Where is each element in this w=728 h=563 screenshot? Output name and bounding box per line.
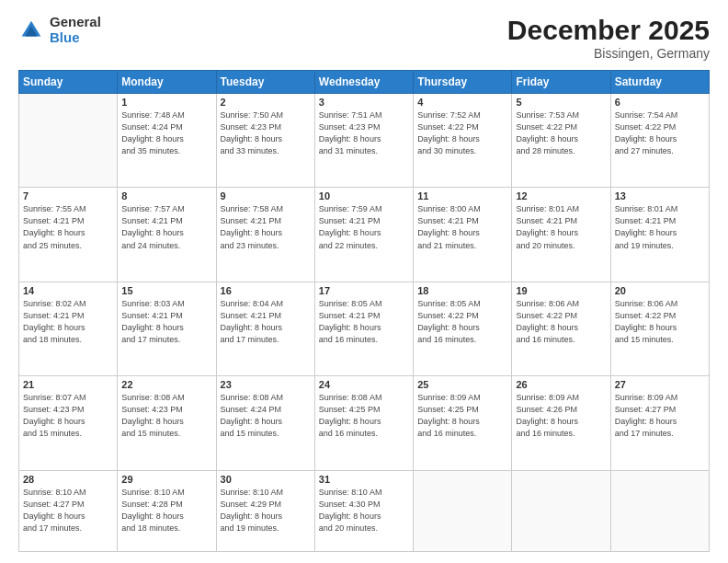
calendar-cell: 24Sunrise: 8:08 AMSunset: 4:25 PMDayligh… [314, 376, 413, 470]
day-info: Sunrise: 8:01 AMSunset: 4:21 PMDaylight:… [516, 203, 606, 251]
weekday-sunday: Sunday [19, 71, 118, 94]
day-info: Sunrise: 8:05 AMSunset: 4:22 PMDaylight:… [417, 298, 507, 346]
day-number: 15 [121, 285, 211, 296]
header: General Blue December 2025 Bissingen, Ge… [18, 15, 710, 61]
logo-icon [18, 17, 44, 43]
day-number: 26 [516, 379, 606, 390]
calendar-cell: 10Sunrise: 7:59 AMSunset: 4:21 PMDayligh… [314, 188, 413, 282]
calendar-cell: 21Sunrise: 8:07 AMSunset: 4:23 PMDayligh… [19, 376, 118, 470]
day-number: 23 [221, 379, 311, 390]
day-info: Sunrise: 8:09 AMSunset: 4:27 PMDaylight:… [615, 392, 705, 440]
day-number: 7 [23, 190, 113, 201]
calendar-cell: 23Sunrise: 8:08 AMSunset: 4:24 PMDayligh… [216, 376, 314, 470]
logo-general: General [50, 15, 101, 30]
day-number: 27 [615, 379, 705, 390]
day-number: 29 [121, 474, 211, 485]
day-number: 9 [221, 190, 311, 201]
day-number: 5 [516, 97, 606, 108]
calendar-cell: 17Sunrise: 8:05 AMSunset: 4:21 PMDayligh… [314, 282, 413, 375]
calendar-cell: 31Sunrise: 8:10 AMSunset: 4:30 PMDayligh… [314, 470, 413, 551]
weekday-wednesday: Wednesday [314, 71, 413, 94]
logo-text: General Blue [50, 15, 101, 45]
week-row-4: 21Sunrise: 8:07 AMSunset: 4:23 PMDayligh… [19, 376, 710, 470]
day-info: Sunrise: 7:59 AMSunset: 4:21 PMDaylight:… [319, 203, 409, 251]
day-number: 1 [121, 97, 211, 108]
day-info: Sunrise: 8:08 AMSunset: 4:24 PMDaylight:… [221, 392, 311, 440]
month-title: December 2025 [507, 15, 710, 46]
weekday-tuesday: Tuesday [216, 71, 314, 94]
day-number: 18 [417, 285, 507, 296]
calendar-cell: 29Sunrise: 8:10 AMSunset: 4:28 PMDayligh… [118, 470, 216, 551]
calendar-cell: 7Sunrise: 7:55 AMSunset: 4:21 PMDaylight… [19, 188, 118, 282]
weekday-header-row: SundayMondayTuesdayWednesdayThursdayFrid… [19, 71, 710, 94]
day-number: 13 [615, 190, 705, 201]
day-info: Sunrise: 8:04 AMSunset: 4:21 PMDaylight:… [221, 298, 311, 346]
calendar-cell: 15Sunrise: 8:03 AMSunset: 4:21 PMDayligh… [118, 282, 216, 375]
calendar-cell: 12Sunrise: 8:01 AMSunset: 4:21 PMDayligh… [512, 188, 610, 282]
day-info: Sunrise: 7:58 AMSunset: 4:21 PMDaylight:… [221, 203, 311, 251]
day-info: Sunrise: 8:10 AMSunset: 4:29 PMDaylight:… [221, 487, 311, 534]
calendar-cell: 30Sunrise: 8:10 AMSunset: 4:29 PMDayligh… [216, 470, 314, 551]
calendar-cell: 22Sunrise: 8:08 AMSunset: 4:23 PMDayligh… [118, 376, 216, 470]
day-info: Sunrise: 8:00 AMSunset: 4:21 PMDaylight:… [417, 203, 507, 251]
day-number: 30 [221, 474, 311, 485]
calendar-cell: 8Sunrise: 7:57 AMSunset: 4:21 PMDaylight… [118, 188, 216, 282]
calendar-cell: 25Sunrise: 8:09 AMSunset: 4:25 PMDayligh… [414, 376, 512, 470]
day-number: 31 [319, 474, 409, 485]
week-row-3: 14Sunrise: 8:02 AMSunset: 4:21 PMDayligh… [19, 282, 710, 375]
day-number: 20 [615, 285, 705, 296]
weekday-friday: Friday [512, 71, 610, 94]
day-info: Sunrise: 7:50 AMSunset: 4:23 PMDaylight:… [221, 109, 311, 157]
calendar-cell: 9Sunrise: 7:58 AMSunset: 4:21 PMDaylight… [216, 188, 314, 282]
day-info: Sunrise: 8:05 AMSunset: 4:21 PMDaylight:… [319, 298, 409, 346]
day-number: 25 [417, 379, 507, 390]
day-number: 12 [516, 190, 606, 201]
day-info: Sunrise: 7:48 AMSunset: 4:24 PMDaylight:… [121, 109, 211, 157]
day-number: 16 [221, 285, 311, 296]
day-info: Sunrise: 8:09 AMSunset: 4:26 PMDaylight:… [516, 392, 606, 440]
day-info: Sunrise: 8:02 AMSunset: 4:21 PMDaylight:… [23, 298, 113, 346]
calendar-cell: 20Sunrise: 8:06 AMSunset: 4:22 PMDayligh… [610, 282, 709, 375]
day-info: Sunrise: 8:07 AMSunset: 4:23 PMDaylight:… [23, 392, 113, 440]
week-row-2: 7Sunrise: 7:55 AMSunset: 4:21 PMDaylight… [19, 188, 710, 282]
day-number: 19 [516, 285, 606, 296]
calendar-cell [610, 470, 709, 551]
location: Bissingen, Germany [507, 46, 710, 61]
calendar-cell: 6Sunrise: 7:54 AMSunset: 4:22 PMDaylight… [610, 94, 709, 188]
title-block: December 2025 Bissingen, Germany [507, 15, 710, 61]
day-number: 4 [417, 97, 507, 108]
day-info: Sunrise: 7:57 AMSunset: 4:21 PMDaylight:… [121, 203, 211, 251]
page: General Blue December 2025 Bissingen, Ge… [0, 0, 728, 563]
calendar-cell [19, 94, 118, 188]
weekday-monday: Monday [118, 71, 216, 94]
day-number: 10 [319, 190, 409, 201]
calendar-cell: 27Sunrise: 8:09 AMSunset: 4:27 PMDayligh… [610, 376, 709, 470]
weekday-thursday: Thursday [414, 71, 512, 94]
week-row-5: 28Sunrise: 8:10 AMSunset: 4:27 PMDayligh… [19, 470, 710, 551]
day-info: Sunrise: 7:54 AMSunset: 4:22 PMDaylight:… [615, 109, 705, 157]
day-info: Sunrise: 8:10 AMSunset: 4:30 PMDaylight:… [319, 487, 409, 534]
logo-blue: Blue [50, 30, 101, 46]
day-info: Sunrise: 8:09 AMSunset: 4:25 PMDaylight:… [417, 392, 507, 440]
calendar-cell: 26Sunrise: 8:09 AMSunset: 4:26 PMDayligh… [512, 376, 610, 470]
day-info: Sunrise: 7:52 AMSunset: 4:22 PMDaylight:… [417, 109, 507, 157]
day-info: Sunrise: 8:10 AMSunset: 4:27 PMDaylight:… [23, 487, 113, 534]
calendar-cell: 4Sunrise: 7:52 AMSunset: 4:22 PMDaylight… [414, 94, 512, 188]
calendar-cell: 1Sunrise: 7:48 AMSunset: 4:24 PMDaylight… [118, 94, 216, 188]
day-info: Sunrise: 8:08 AMSunset: 4:23 PMDaylight:… [121, 392, 211, 440]
calendar-cell: 5Sunrise: 7:53 AMSunset: 4:22 PMDaylight… [512, 94, 610, 188]
day-number: 8 [121, 190, 211, 201]
day-info: Sunrise: 7:53 AMSunset: 4:22 PMDaylight:… [516, 109, 606, 157]
calendar-cell: 16Sunrise: 8:04 AMSunset: 4:21 PMDayligh… [216, 282, 314, 375]
day-info: Sunrise: 8:01 AMSunset: 4:21 PMDaylight:… [615, 203, 705, 251]
calendar-cell [512, 470, 610, 551]
day-info: Sunrise: 8:08 AMSunset: 4:25 PMDaylight:… [319, 392, 409, 440]
calendar-table: SundayMondayTuesdayWednesdayThursdayFrid… [18, 70, 710, 552]
day-info: Sunrise: 7:51 AMSunset: 4:23 PMDaylight:… [319, 109, 409, 157]
week-row-1: 1Sunrise: 7:48 AMSunset: 4:24 PMDaylight… [19, 94, 710, 188]
calendar-cell: 14Sunrise: 8:02 AMSunset: 4:21 PMDayligh… [19, 282, 118, 375]
calendar-cell [414, 470, 512, 551]
calendar-cell: 18Sunrise: 8:05 AMSunset: 4:22 PMDayligh… [414, 282, 512, 375]
day-number: 11 [417, 190, 507, 201]
weekday-saturday: Saturday [610, 71, 709, 94]
